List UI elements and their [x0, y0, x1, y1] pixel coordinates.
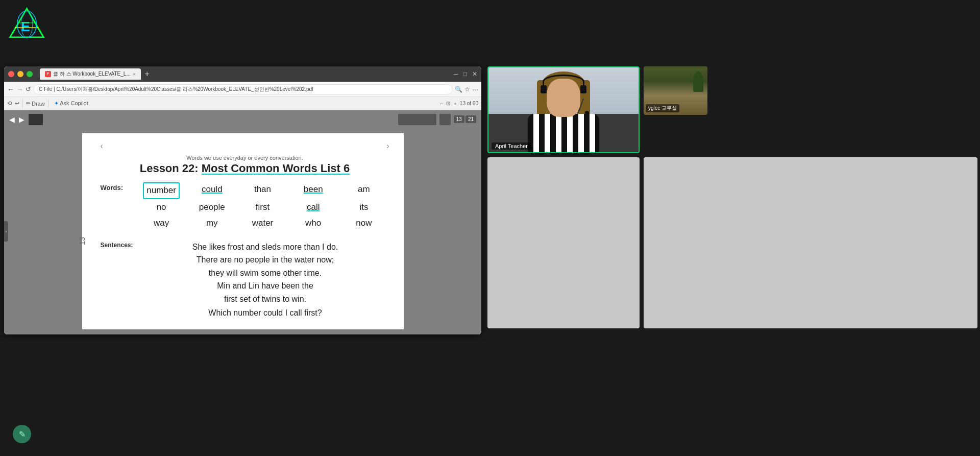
word-first: first [237, 200, 288, 215]
svg-text:E: E [21, 19, 30, 34]
sentences-section: Sentences: She likes frost and sleds mor… [101, 240, 389, 320]
pdf-sidebar-handle[interactable]: › [4, 221, 8, 242]
zoom-fit-button[interactable]: ⊡ [446, 101, 450, 106]
april-mic-head [585, 111, 589, 115]
lesson-subtitle: Words we use everyday or every conversat… [101, 155, 389, 161]
gray-panel-right [644, 157, 977, 328]
pdf-content-area: › 13 ‹ › Words we use everyday or every … [4, 128, 481, 334]
window-maximize-icon[interactable]: □ [463, 70, 467, 78]
zoom-in-button[interactable]: + [453, 101, 456, 107]
word-call: call [288, 200, 338, 215]
pdf-toolbar: ⟲ ↩ ✏ Draw ✦ Ask Copilot − ⊡ + 13 of 60 [4, 97, 481, 110]
tab-close-icon[interactable]: × [133, 71, 136, 77]
pdf-nav-strip: ◀ ▶ 13 21 [4, 110, 481, 128]
pdf-prev-icon[interactable]: ◀ [9, 115, 15, 124]
april-shirt [528, 114, 599, 152]
zoom-out-button[interactable]: − [440, 101, 443, 107]
yglec-name-badge: yglec 교무실 [646, 104, 679, 112]
more-icon[interactable]: ··· [472, 85, 478, 93]
right-section: April Teacher yglec 교무실 [487, 66, 977, 334]
word-am: am [338, 182, 389, 199]
page-indicator: 13 of 60 [460, 101, 478, 106]
tab-title: 클 하 스 Workbook_ELEVATE_L... [53, 70, 131, 78]
word-who: who [288, 216, 338, 231]
page-prev-arrow[interactable]: ‹ [101, 141, 103, 151]
april-video: April Teacher [487, 66, 640, 153]
sentence-1: She likes frost and sleds more than I do… [141, 240, 389, 254]
sentences-label: Sentences: [101, 240, 141, 320]
word-been: been [288, 182, 338, 199]
pen-icon: ✎ [19, 429, 26, 439]
new-tab-button[interactable]: + [145, 69, 150, 79]
ask-copilot-label[interactable]: ✦ Ask Copilot [52, 100, 91, 107]
sentence-4: Min and Lin have been the [141, 280, 389, 292]
bottom-panels-row [487, 157, 977, 328]
reload-button[interactable]: ↺ [26, 85, 31, 93]
word-than: than [237, 182, 288, 199]
rotate-left-icon[interactable]: ⟲ [7, 100, 12, 107]
draw-label[interactable]: ✏ Draw [26, 100, 45, 107]
tab-favicon: P [45, 71, 51, 77]
april-headset-band [543, 75, 584, 89]
word-could: could [187, 182, 237, 199]
word-no: no [136, 200, 187, 215]
edit-pen-button[interactable]: ✎ [13, 425, 31, 443]
url-text: C File | C:/Users/이채홈/Desktop/April%20Ad… [39, 86, 313, 93]
yglec-video: yglec 교무실 [644, 66, 707, 115]
window-close-icon[interactable]: ✕ [472, 70, 477, 78]
words-label: Words: [101, 182, 136, 231]
gray-panel-left [487, 157, 640, 328]
pdf-page-badge: 13 21 [454, 115, 476, 123]
april-headset-right [580, 85, 586, 93]
tab-active[interactable]: P 클 하 스 Workbook_ELEVATE_L... × [40, 68, 141, 80]
sentence-6: Which number could I call first? [141, 306, 389, 320]
star-icon[interactable]: ☆ [464, 86, 470, 93]
words-section: Words: number could than been am [101, 182, 389, 231]
sentences-content: She likes frost and sleds more than I do… [141, 240, 389, 320]
word-way: way [136, 216, 187, 231]
window-minimize-icon[interactable]: ─ [454, 70, 458, 78]
word-its: its [338, 200, 389, 215]
browser-titlebar: P 클 하 스 Workbook_ELEVATE_L... × + ─ □ ✕ [4, 66, 481, 82]
top-video-row: April Teacher yglec 교무실 [487, 66, 977, 153]
pdf-right-box [398, 114, 436, 125]
word-number: number [136, 182, 187, 199]
sentence-2: There are no people in the water now; [141, 254, 389, 266]
logo-icon: E [8, 6, 46, 44]
toolbar-divider-1 [22, 100, 23, 108]
toolbar-divider-2 [48, 100, 48, 108]
sentence-5: first set of twins to win. [141, 292, 389, 306]
page-number-rotated: 13 [78, 237, 86, 245]
pdf-right-box2 [439, 114, 451, 125]
pdf-next-icon[interactable]: ▶ [19, 115, 24, 124]
minimize-button[interactable] [17, 71, 23, 77]
main-background: E P 클 하 스 Workbook_ELEVATE_L... × + ─ □ [0, 0, 980, 456]
pdf-black-box [29, 114, 43, 125]
draw-icon: ✏ [26, 100, 31, 107]
pdf-left-controls: ◀ ▶ [9, 114, 43, 125]
pdf-page: 13 ‹ › Words we use everyday or every co… [82, 133, 404, 329]
yglec-plant [693, 71, 703, 92]
maximize-button[interactable] [27, 71, 33, 77]
words-grid: number could than been am no people [136, 182, 389, 231]
april-headset-left [541, 85, 547, 93]
browser-window: P 클 하 스 Workbook_ELEVATE_L... × + ─ □ ✕ … [4, 66, 481, 334]
page-top-nav: ‹ › [101, 141, 389, 151]
word-now: now [338, 216, 389, 231]
close-button[interactable] [8, 71, 14, 77]
word-people: people [187, 200, 237, 215]
back-button[interactable]: ← [7, 85, 14, 93]
zoom-icon[interactable]: 🔍 [455, 86, 462, 93]
copilot-icon: ✦ [54, 100, 59, 106]
lesson-title: Lesson 22: Most Common Words List 6 [101, 162, 389, 175]
address-bar: ← → ↺ C File | C:/Users/이채홈/Desktop/Apri… [4, 82, 481, 97]
word-my: my [187, 216, 237, 231]
forward-button[interactable]: → [16, 85, 23, 93]
page-next-arrow[interactable]: › [386, 141, 389, 151]
undo-icon[interactable]: ↩ [15, 100, 19, 107]
word-water: water [237, 216, 288, 231]
app-logo: E [8, 6, 46, 44]
april-name-badge: April Teacher [492, 142, 531, 150]
url-input[interactable]: C File | C:/Users/이채홈/Desktop/April%20Ad… [33, 84, 453, 94]
pdf-right-controls: 13 21 [398, 114, 476, 125]
